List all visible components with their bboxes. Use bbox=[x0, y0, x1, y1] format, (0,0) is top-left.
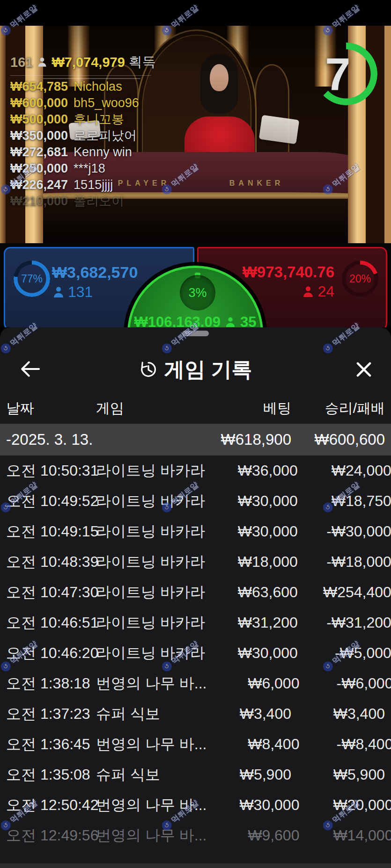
table-banker-label: BANKER bbox=[205, 179, 308, 188]
col-date: 날짜 bbox=[6, 399, 96, 418]
row-time: 오전 10:47:30 bbox=[6, 582, 96, 603]
row-bet: ₩30,000 bbox=[205, 523, 298, 540]
winner-row: ₩250,000***j18 bbox=[10, 160, 156, 177]
winner-amount: ₩210,000 bbox=[10, 194, 68, 208]
row-bet: ₩3,400 bbox=[199, 705, 291, 723]
history-row: 오전 1:35:08 슈퍼 식보 ₩5,900 ₩5,900 bbox=[0, 760, 391, 790]
winners-overlay: 161 ₩7,074,979 획득 ₩654,785Nicholas ₩600,… bbox=[10, 53, 156, 210]
row-game: 라이트닝 바카라 bbox=[96, 521, 205, 542]
winners-count: 161 bbox=[10, 55, 33, 70]
row-bet: ₩30,000 bbox=[205, 492, 298, 510]
row-game: 슈퍼 식보 bbox=[96, 704, 199, 724]
home-indicator-area bbox=[0, 863, 391, 868]
row-winloss: -₩30,000 bbox=[298, 523, 391, 540]
person-icon bbox=[37, 57, 48, 68]
betting-panel: 77% ₩3,682,570 131 ₩973,740.76 24 20 bbox=[0, 243, 391, 327]
winner-amount: ₩350,000 bbox=[10, 129, 68, 143]
divider bbox=[10, 75, 151, 76]
winner-name: Nicholas bbox=[74, 80, 122, 94]
row-time: 오전 12:49:56 bbox=[6, 825, 96, 846]
row-time: 오전 10:46:51 bbox=[6, 613, 96, 633]
row-winloss: ₩20,000 bbox=[299, 796, 391, 814]
history-row: 오전 1:36:45 번영의 나무 바... ₩8,400 -₩8,400 bbox=[0, 729, 391, 760]
sheet-title: 게임 기록 bbox=[0, 356, 391, 383]
tie-percent-circle: 3% bbox=[180, 275, 215, 311]
winners-list: ₩654,785Nicholas ₩600,000bh5_woo96 ₩500,… bbox=[10, 79, 156, 210]
winner-row: ₩600,000bh5_woo96 bbox=[10, 95, 156, 111]
banker-bettors: 24 bbox=[243, 283, 334, 300]
history-row: 오전 10:46:51 라이트닝 바카라 ₩31,200 -₩31,200 bbox=[0, 608, 391, 638]
sheet-header: 게임 기록 bbox=[0, 352, 391, 387]
col-bet: 베팅 bbox=[199, 399, 291, 418]
card-shoe-right bbox=[259, 115, 299, 145]
row-winloss: -₩5,000 bbox=[298, 644, 391, 662]
player-progress-ring: 77% bbox=[14, 260, 50, 297]
row-time: 오전 10:49:15 bbox=[6, 521, 96, 542]
row-winloss: -₩18,000 bbox=[298, 553, 391, 571]
person-icon bbox=[52, 286, 65, 299]
summary-date: -2025. 3. 13. bbox=[6, 431, 199, 448]
winner-name: Kenny win bbox=[74, 145, 132, 159]
winner-amount: ₩226,247 bbox=[10, 178, 68, 192]
winner-amount: ₩272,681 bbox=[10, 145, 68, 159]
dealer-face bbox=[210, 64, 229, 91]
winner-name: 후니꼬봉 bbox=[74, 112, 124, 126]
drag-handle[interactable] bbox=[182, 331, 209, 336]
banker-percent: 20% bbox=[342, 260, 378, 297]
winners-suffix: 획득 bbox=[129, 53, 156, 72]
row-time: 오전 12:50:42 bbox=[6, 795, 96, 816]
banker-bet-info: ₩973,740.76 24 bbox=[243, 263, 334, 300]
row-bet: ₩31,200 bbox=[205, 614, 298, 631]
row-bet: ₩18,000 bbox=[205, 553, 298, 571]
sheet-title-text: 게임 기록 bbox=[164, 356, 252, 383]
row-winloss: ₩254,400 bbox=[298, 584, 391, 601]
person-icon bbox=[302, 285, 315, 298]
status-bar bbox=[0, 0, 391, 26]
row-winloss: -₩6,000 bbox=[299, 675, 391, 692]
history-row: 오전 10:48:39 라이트닝 바카라 ₩18,000 -₩18,000 bbox=[0, 547, 391, 577]
player-bettor-count: 131 bbox=[68, 283, 93, 301]
history-summary-row: -2025. 3. 13. ₩618,900 ₩600,600 bbox=[0, 424, 391, 456]
history-row: 오전 10:49:52 라이트닝 바카라 ₩30,000 ₩18,750 bbox=[0, 486, 391, 516]
row-game: 라이트닝 바카라 bbox=[96, 613, 205, 633]
back-button[interactable] bbox=[18, 358, 42, 380]
row-bet: ₩30,000 bbox=[205, 644, 298, 662]
countdown-timer: 7 bbox=[315, 43, 377, 105]
history-table-header: 날짜 게임 베팅 승리/패배 bbox=[0, 397, 391, 418]
row-game: 라이트닝 바카라 bbox=[96, 491, 205, 512]
winner-amount: ₩500,000 bbox=[10, 112, 68, 126]
back-arrow-icon bbox=[20, 361, 40, 377]
tie-bettor-count: 35 bbox=[240, 314, 256, 327]
row-bet: ₩9,600 bbox=[207, 827, 299, 844]
col-game: 게임 bbox=[96, 399, 199, 418]
row-winloss: -₩8,400 bbox=[299, 736, 391, 753]
row-game: 번영의 나무 바... bbox=[96, 734, 207, 755]
row-time: 오전 10:46:20 bbox=[6, 643, 96, 664]
row-game: 번영의 나무 바... bbox=[96, 795, 207, 816]
person-icon bbox=[224, 316, 236, 327]
row-winloss: ₩5,900 bbox=[291, 766, 385, 783]
winner-amount: ₩654,785 bbox=[10, 80, 68, 94]
game-history-sheet: 게임 기록 날짜 게임 베팅 승리/패배 -2025. 3. 13. ₩618,… bbox=[0, 327, 391, 868]
winner-row: ₩654,785Nicholas bbox=[10, 79, 156, 95]
player-bettors: 131 bbox=[52, 283, 138, 301]
timer-value: 7 bbox=[325, 48, 351, 101]
history-rows[interactable]: 오전 10:50:31 라이트닝 바카라 ₩36,000 ₩24,000 오전 … bbox=[0, 456, 391, 863]
winner-name: 폴리오이 bbox=[74, 194, 124, 208]
row-winloss: ₩3,400 bbox=[291, 705, 385, 723]
row-game: 번영의 나무 바... bbox=[96, 825, 207, 846]
history-row: 오전 1:38:18 번영의 나무 바... ₩6,000 -₩6,000 bbox=[0, 668, 391, 699]
history-row: 오전 1:37:23 슈퍼 식보 ₩3,400 ₩3,400 bbox=[0, 699, 391, 729]
col-winloss: 승리/패배 bbox=[291, 399, 385, 418]
close-button[interactable] bbox=[353, 359, 375, 380]
history-row: 오전 10:46:20 라이트닝 바카라 ₩30,000 -₩5,000 bbox=[0, 638, 391, 668]
row-bet: ₩5,900 bbox=[199, 766, 291, 783]
row-bet: ₩36,000 bbox=[205, 462, 298, 479]
player-percent: 77% bbox=[14, 260, 50, 297]
row-game: 라이트닝 바카라 bbox=[96, 582, 205, 603]
winner-amount: ₩600,000 bbox=[10, 96, 68, 110]
row-winloss: ₩24,000 bbox=[298, 462, 391, 479]
live-video-area: PLAYER BANKER 161 ₩7,074,979 획득 ₩654,785… bbox=[0, 26, 391, 243]
row-time: 오전 10:49:52 bbox=[6, 491, 96, 512]
history-row: 오전 10:50:31 라이트닝 바카라 ₩36,000 ₩24,000 bbox=[0, 456, 391, 486]
